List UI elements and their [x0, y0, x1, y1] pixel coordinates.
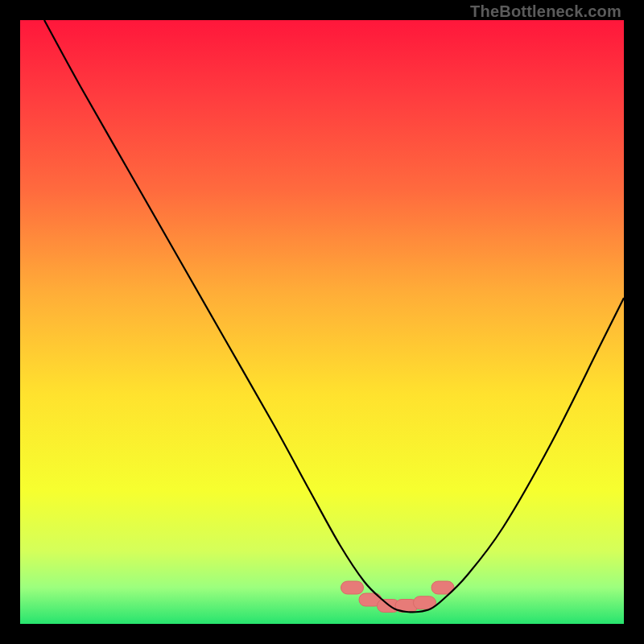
marker	[341, 581, 364, 594]
watermark-text: TheBottleneck.com	[470, 2, 621, 21]
chart-frame	[20, 20, 624, 624]
chart-svg	[20, 20, 624, 624]
gradient-background	[20, 20, 624, 624]
plot-area	[20, 20, 624, 624]
